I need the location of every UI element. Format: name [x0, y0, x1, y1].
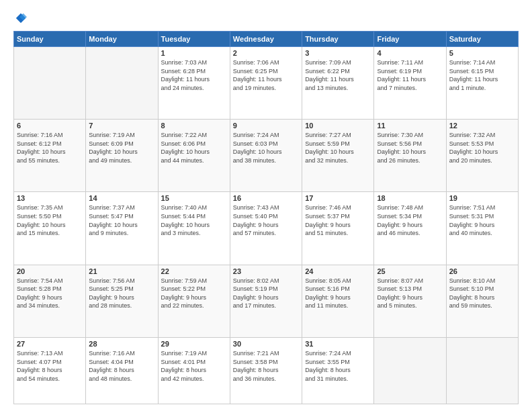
day-info: Sunrise: 7:19 AM Sunset: 4:01 PM Dayligh… — [161, 349, 227, 383]
calendar-cell: 29Sunrise: 7:19 AM Sunset: 4:01 PM Dayli… — [158, 337, 230, 404]
day-number: 29 — [161, 340, 227, 348]
calendar-cell: 14Sunrise: 7:37 AM Sunset: 5:47 PM Dayli… — [86, 192, 158, 265]
day-number: 15 — [161, 194, 227, 202]
page: SundayMondayTuesdayWednesdayThursdayFrid… — [0, 0, 532, 411]
day-info: Sunrise: 7:06 AM Sunset: 6:25 PM Dayligh… — [233, 58, 299, 92]
calendar-cell: 7Sunrise: 7:19 AM Sunset: 6:09 PM Daylig… — [86, 120, 158, 192]
calendar-cell: 22Sunrise: 7:59 AM Sunset: 5:22 PM Dayli… — [158, 265, 230, 337]
day-number: 24 — [305, 267, 371, 275]
calendar-week-row: 1Sunrise: 7:03 AM Sunset: 6:28 PM Daylig… — [14, 47, 519, 120]
calendar-cell — [14, 47, 86, 120]
day-number: 30 — [233, 340, 299, 348]
day-header-thursday: Thursday — [302, 32, 374, 47]
calendar-cell: 10Sunrise: 7:27 AM Sunset: 5:59 PM Dayli… — [302, 120, 374, 192]
calendar-cell: 27Sunrise: 7:13 AM Sunset: 4:07 PM Dayli… — [14, 337, 86, 404]
day-info: Sunrise: 7:09 AM Sunset: 6:22 PM Dayligh… — [305, 58, 371, 92]
day-info: Sunrise: 7:22 AM Sunset: 6:06 PM Dayligh… — [161, 131, 227, 165]
calendar-cell: 16Sunrise: 7:43 AM Sunset: 5:40 PM Dayli… — [230, 192, 302, 265]
day-info: Sunrise: 7:24 AM Sunset: 3:55 PM Dayligh… — [305, 349, 371, 383]
calendar-cell: 5Sunrise: 7:14 AM Sunset: 6:15 PM Daylig… — [446, 47, 518, 120]
calendar-cell: 9Sunrise: 7:24 AM Sunset: 6:03 PM Daylig… — [230, 120, 302, 192]
calendar-cell: 2Sunrise: 7:06 AM Sunset: 6:25 PM Daylig… — [230, 47, 302, 120]
day-info: Sunrise: 7:13 AM Sunset: 4:07 PM Dayligh… — [17, 349, 83, 383]
day-number: 26 — [449, 267, 515, 275]
day-info: Sunrise: 8:05 AM Sunset: 5:16 PM Dayligh… — [305, 277, 371, 310]
day-number: 4 — [377, 49, 443, 57]
calendar-cell: 19Sunrise: 7:51 AM Sunset: 5:31 PM Dayli… — [446, 192, 518, 265]
day-info: Sunrise: 7:59 AM Sunset: 5:22 PM Dayligh… — [161, 277, 227, 310]
day-header-sunday: Sunday — [14, 32, 86, 47]
day-info: Sunrise: 7:46 AM Sunset: 5:37 PM Dayligh… — [305, 203, 371, 237]
day-header-tuesday: Tuesday — [158, 32, 230, 47]
calendar-cell — [374, 337, 446, 404]
logo — [13, 12, 27, 24]
day-info: Sunrise: 7:14 AM Sunset: 6:15 PM Dayligh… — [449, 58, 515, 92]
calendar-cell: 28Sunrise: 7:16 AM Sunset: 4:04 PM Dayli… — [86, 337, 158, 404]
calendar-cell: 3Sunrise: 7:09 AM Sunset: 6:22 PM Daylig… — [302, 47, 374, 120]
day-number: 18 — [377, 194, 443, 202]
day-header-saturday: Saturday — [446, 32, 518, 47]
logo-icon — [15, 12, 27, 24]
day-number: 14 — [89, 194, 154, 202]
day-number: 22 — [161, 267, 227, 275]
calendar-header-row: SundayMondayTuesdayWednesdayThursdayFrid… — [14, 32, 519, 47]
calendar-week-row: 6Sunrise: 7:16 AM Sunset: 6:12 PM Daylig… — [14, 120, 519, 192]
day-info: Sunrise: 7:16 AM Sunset: 4:04 PM Dayligh… — [89, 349, 154, 383]
calendar-week-row: 13Sunrise: 7:35 AM Sunset: 5:50 PM Dayli… — [14, 192, 519, 265]
calendar-cell: 30Sunrise: 7:21 AM Sunset: 3:58 PM Dayli… — [230, 337, 302, 404]
day-number: 27 — [17, 340, 83, 348]
day-info: Sunrise: 7:27 AM Sunset: 5:59 PM Dayligh… — [305, 131, 371, 165]
day-number: 19 — [449, 194, 515, 202]
day-number: 5 — [449, 49, 515, 57]
calendar-cell — [446, 337, 518, 404]
day-info: Sunrise: 7:54 AM Sunset: 5:28 PM Dayligh… — [17, 277, 83, 310]
calendar-cell: 23Sunrise: 8:02 AM Sunset: 5:19 PM Dayli… — [230, 265, 302, 337]
day-number: 17 — [305, 194, 371, 202]
day-number: 25 — [377, 267, 443, 275]
day-number: 28 — [89, 340, 154, 348]
calendar-cell — [86, 47, 158, 120]
day-info: Sunrise: 7:40 AM Sunset: 5:44 PM Dayligh… — [161, 203, 227, 237]
day-info: Sunrise: 7:32 AM Sunset: 5:53 PM Dayligh… — [449, 131, 515, 165]
day-number: 1 — [161, 49, 227, 57]
day-number: 3 — [305, 49, 371, 57]
day-header-friday: Friday — [374, 32, 446, 47]
calendar-cell: 15Sunrise: 7:40 AM Sunset: 5:44 PM Dayli… — [158, 192, 230, 265]
calendar-cell: 17Sunrise: 7:46 AM Sunset: 5:37 PM Dayli… — [302, 192, 374, 265]
calendar-cell: 26Sunrise: 8:10 AM Sunset: 5:10 PM Dayli… — [446, 265, 518, 337]
day-info: Sunrise: 8:07 AM Sunset: 5:13 PM Dayligh… — [377, 277, 443, 310]
day-number: 21 — [89, 267, 154, 275]
calendar-cell: 12Sunrise: 7:32 AM Sunset: 5:53 PM Dayli… — [446, 120, 518, 192]
day-number: 6 — [17, 122, 83, 130]
calendar-cell: 1Sunrise: 7:03 AM Sunset: 6:28 PM Daylig… — [158, 47, 230, 120]
calendar-cell: 13Sunrise: 7:35 AM Sunset: 5:50 PM Dayli… — [14, 192, 86, 265]
day-info: Sunrise: 7:35 AM Sunset: 5:50 PM Dayligh… — [17, 203, 83, 237]
day-info: Sunrise: 7:11 AM Sunset: 6:19 PM Dayligh… — [377, 58, 443, 92]
day-info: Sunrise: 7:43 AM Sunset: 5:40 PM Dayligh… — [233, 203, 299, 237]
day-info: Sunrise: 7:56 AM Sunset: 5:25 PM Dayligh… — [89, 277, 154, 310]
day-number: 9 — [233, 122, 299, 130]
header — [13, 12, 519, 24]
calendar-cell: 21Sunrise: 7:56 AM Sunset: 5:25 PM Dayli… — [86, 265, 158, 337]
day-number: 10 — [305, 122, 371, 130]
day-number: 12 — [449, 122, 515, 130]
calendar-cell: 24Sunrise: 8:05 AM Sunset: 5:16 PM Dayli… — [302, 265, 374, 337]
day-number: 8 — [161, 122, 227, 130]
day-number: 31 — [305, 340, 371, 348]
calendar-cell: 4Sunrise: 7:11 AM Sunset: 6:19 PM Daylig… — [374, 47, 446, 120]
day-number: 16 — [233, 194, 299, 202]
day-info: Sunrise: 8:02 AM Sunset: 5:19 PM Dayligh… — [233, 277, 299, 310]
day-header-monday: Monday — [86, 32, 158, 47]
day-info: Sunrise: 7:37 AM Sunset: 5:47 PM Dayligh… — [89, 203, 154, 237]
day-info: Sunrise: 7:21 AM Sunset: 3:58 PM Dayligh… — [233, 349, 299, 383]
day-info: Sunrise: 7:51 AM Sunset: 5:31 PM Dayligh… — [449, 203, 515, 237]
calendar-cell: 6Sunrise: 7:16 AM Sunset: 6:12 PM Daylig… — [14, 120, 86, 192]
day-info: Sunrise: 7:24 AM Sunset: 6:03 PM Dayligh… — [233, 131, 299, 165]
calendar-week-row: 27Sunrise: 7:13 AM Sunset: 4:07 PM Dayli… — [14, 337, 519, 404]
day-number: 7 — [89, 122, 154, 130]
calendar-table: SundayMondayTuesdayWednesdayThursdayFrid… — [13, 31, 519, 404]
day-info: Sunrise: 7:30 AM Sunset: 5:56 PM Dayligh… — [377, 131, 443, 165]
day-info: Sunrise: 7:03 AM Sunset: 6:28 PM Dayligh… — [161, 58, 227, 92]
calendar-cell: 31Sunrise: 7:24 AM Sunset: 3:55 PM Dayli… — [302, 337, 374, 404]
calendar-cell: 8Sunrise: 7:22 AM Sunset: 6:06 PM Daylig… — [158, 120, 230, 192]
